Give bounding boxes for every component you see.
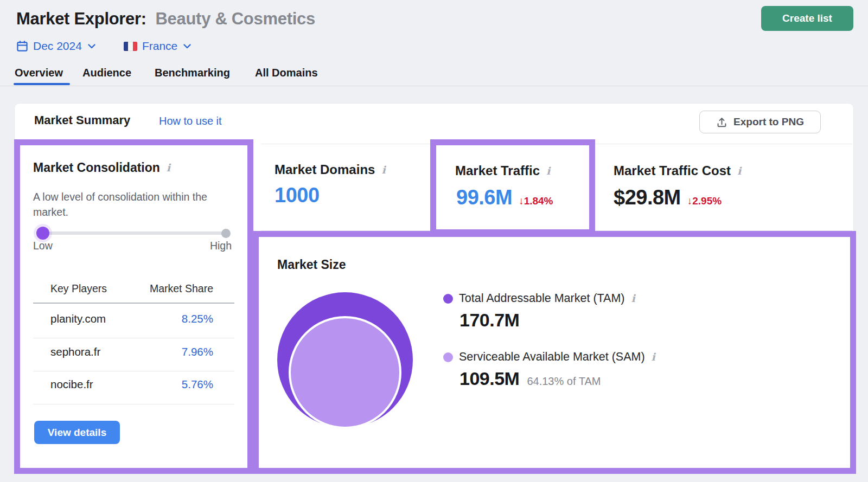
info-icon[interactable] — [381, 165, 385, 175]
consolidation-slider-handle[interactable] — [36, 227, 49, 240]
market-traffic-cost-change: ↓2.95% — [687, 195, 722, 207]
sam-legend-label: Serviceable Available Market (SAM) — [459, 350, 655, 364]
market-summary-card: Market Summary How to use it Export to P… — [14, 103, 854, 470]
filter-bar: Dec 2024 France — [16, 38, 191, 54]
row-divider — [33, 371, 234, 371]
market-traffic-cost-value-row: $29.8M ↓2.95% — [614, 186, 722, 209]
tab-all-domains[interactable]: All Domains — [255, 67, 318, 79]
market-traffic-label: Market Traffic — [455, 163, 550, 178]
view-details-label: View details — [48, 427, 106, 439]
header-divider — [0, 86, 868, 86]
sam-share-of-tam: 64.13% of TAM — [527, 375, 601, 388]
tam-value-row: 170.7M — [459, 310, 519, 331]
create-list-label: Create list — [782, 12, 832, 24]
create-list-button[interactable]: Create list — [761, 6, 853, 31]
card-title: Market Summary — [34, 113, 130, 127]
view-details-button[interactable]: View details — [34, 421, 120, 444]
upload-icon — [716, 117, 727, 128]
key-player-share[interactable]: 8.25% — [123, 312, 213, 325]
sam-value: 109.5M — [459, 368, 519, 389]
country-selector[interactable]: France — [124, 40, 191, 53]
calendar-icon — [16, 40, 28, 52]
info-icon[interactable] — [652, 352, 655, 362]
market-traffic-value[interactable]: 99.6M — [456, 186, 512, 209]
export-to-png-button[interactable]: Export to PNG — [699, 111, 821, 133]
tab-audience[interactable]: Audience — [82, 67, 131, 79]
slider-high-label: High — [177, 240, 232, 252]
info-icon[interactable] — [167, 163, 170, 173]
slider-low-label: Low — [33, 240, 53, 252]
market-domains-label: Market Domains — [275, 162, 386, 177]
sam-circle[interactable] — [289, 316, 401, 429]
active-tab-underline — [14, 83, 70, 85]
info-icon[interactable] — [631, 293, 635, 304]
market-size-title: Market Size — [277, 258, 346, 272]
tam-legend-label: Total Addressable Market (TAM) — [459, 292, 635, 305]
sam-legend-dot — [443, 352, 453, 362]
tab-benchmarking[interactable]: Benchmarking — [155, 67, 230, 79]
market-domains-value-row: 1000 — [275, 184, 320, 207]
tab-bar: Overview Audience Benchmarking All Domai… — [0, 65, 868, 87]
sam-value-row: 109.5M 64.13% of TAM — [459, 368, 601, 389]
country-label: France — [142, 40, 177, 53]
consolidation-description: A low level of consolidation within the … — [33, 189, 235, 220]
market-explorer-page: Market Explorer: Beauty & Cosmetics Crea… — [0, 0, 868, 482]
consolidation-slider-end-dot — [221, 229, 231, 238]
tam-value: 170.7M — [459, 310, 519, 331]
export-label: Export to PNG — [733, 116, 804, 128]
date-label: Dec 2024 — [33, 40, 82, 53]
tam-legend-dot — [443, 294, 453, 304]
table-header-divider — [33, 303, 234, 304]
tab-overview[interactable]: Overview — [15, 67, 63, 79]
key-player-domain[interactable]: planity.com — [50, 312, 106, 325]
row-divider — [33, 404, 234, 404]
consolidation-title: Market Consolidation — [33, 160, 170, 175]
page-title-secondary: Beauty & Cosmetics — [151, 9, 315, 28]
market-traffic-cost-label: Market Traffic Cost — [614, 163, 741, 178]
row-divider — [33, 338, 234, 338]
info-icon[interactable] — [737, 166, 741, 176]
stats-grid-line-bottom — [261, 230, 852, 231]
market-traffic-value-row: 99.6M ↓1.84% — [456, 186, 553, 209]
key-player-domain[interactable]: sephora.fr — [50, 345, 100, 358]
chevron-down-icon — [183, 44, 191, 49]
key-player-domain[interactable]: nocibe.fr — [50, 378, 93, 391]
key-player-share[interactable]: 5.76% — [123, 378, 213, 391]
page-title: Market Explorer: Beauty & Cosmetics — [16, 9, 315, 29]
key-player-share[interactable]: 7.96% — [123, 345, 213, 358]
column-header-key-players: Key Players — [50, 282, 107, 295]
chevron-down-icon — [88, 44, 95, 49]
how-to-use-link[interactable]: How to use it — [159, 115, 222, 127]
market-traffic-change: ↓1.84% — [519, 195, 553, 207]
market-traffic-cost-value: $29.8M — [614, 186, 681, 209]
info-icon[interactable] — [546, 166, 550, 176]
date-selector[interactable]: Dec 2024 — [16, 40, 95, 53]
consolidation-slider-track[interactable] — [37, 232, 225, 235]
stats-grid-line-top — [261, 144, 852, 144]
page-title-primary: Market Explorer: — [16, 9, 146, 28]
market-domains-value[interactable]: 1000 — [275, 184, 320, 207]
column-header-market-share: Market Share — [123, 282, 213, 295]
france-flag-icon — [124, 42, 137, 51]
